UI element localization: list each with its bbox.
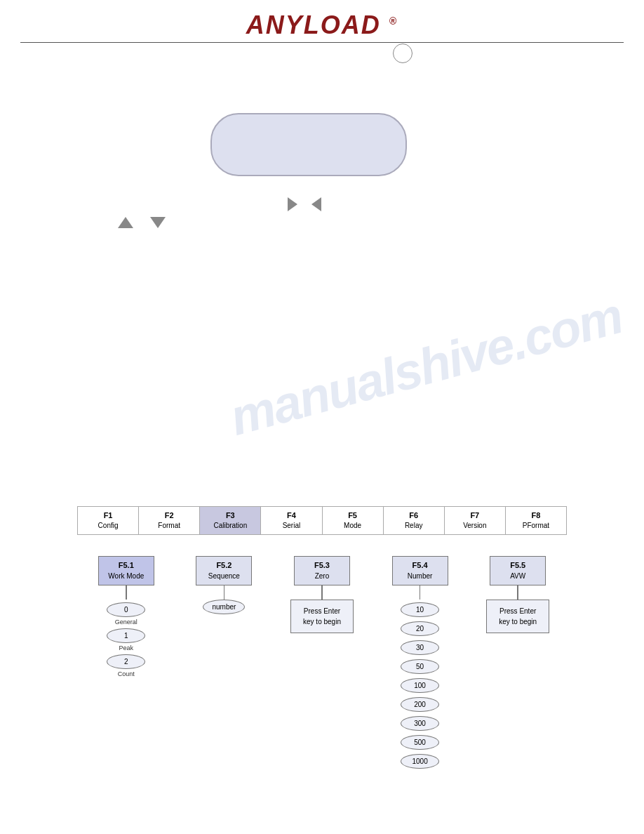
connector-f52 (224, 585, 225, 600)
fkey-f5-name: Mode (326, 521, 380, 531)
work-mode-options: 0 General 1 Peak 2 Count (107, 602, 145, 680)
submenu-section: F5.1 Work Mode 0 General 1 Peak 2 (77, 556, 567, 769)
option-0-label: General (115, 618, 137, 626)
subfkey-f51-label: F5.1 (106, 560, 147, 571)
number-option-20[interactable]: 20 (401, 621, 439, 636)
connector-f55 (517, 585, 518, 600)
option-2-value: 2 (124, 658, 128, 666)
option-1-label: Peak (119, 644, 134, 651)
option-0-value: 0 (124, 606, 128, 614)
number-option-200[interactable]: 200 (401, 697, 439, 712)
subfkey-f51[interactable]: F5.1 Work Mode (98, 556, 154, 585)
submenu-col-f54: F5.4 Number 10 20 30 50 100 200 300 500 … (371, 556, 469, 769)
number-option-100[interactable]: 100 (401, 678, 439, 693)
work-mode-option-2[interactable]: 2 (107, 654, 145, 669)
fkey-f6-name: Relay (387, 521, 441, 531)
logo: ANYLOAD ® (246, 13, 398, 38)
subfkey-f53-name: Zero (302, 571, 342, 581)
nav-arrows-right (288, 197, 321, 211)
fkey-f5[interactable]: F5 Mode (323, 507, 384, 534)
connector-f53 (321, 585, 323, 600)
fkey-bar: F1 Config F2 Format F3 Calibration F4 Se… (77, 506, 567, 535)
sequence-option-value: number (212, 603, 236, 611)
fkey-f2-label: F2 (142, 510, 196, 521)
right-arrow-icon[interactable] (288, 197, 297, 211)
fkey-f1[interactable]: F1 Config (78, 507, 139, 534)
subfkey-f51-name: Work Mode (106, 571, 147, 581)
fkey-f3[interactable]: F3 Calibration (200, 507, 261, 534)
fkey-f7-name: Version (448, 521, 502, 531)
subfkey-f53-label: F5.3 (302, 560, 342, 571)
watermark: manualshive.com (224, 286, 628, 446)
fkey-f3-name: Calibration (203, 521, 257, 531)
fkey-f6[interactable]: F6 Relay (384, 507, 445, 534)
fkey-f4-label: F4 (264, 510, 318, 521)
work-mode-option-1[interactable]: 1 (107, 628, 145, 643)
number-option-50[interactable]: 50 (401, 659, 439, 674)
subfkey-f54[interactable]: F5.4 Number (392, 556, 448, 585)
number-options: 10 20 30 50 100 200 300 500 1000 (401, 602, 439, 770)
number-option-1000[interactable]: 1000 (401, 754, 439, 769)
fkey-f5-label: F5 (326, 510, 380, 521)
display-screen (210, 113, 407, 176)
submenu-col-f51: F5.1 Work Mode 0 General 1 Peak 2 (77, 556, 175, 680)
up-arrow-icon[interactable] (118, 217, 133, 228)
connector-f54 (420, 585, 421, 600)
fkey-f8-name: PFormat (509, 521, 563, 531)
subfkey-f54-name: Number (400, 571, 441, 581)
number-option-30[interactable]: 30 (401, 640, 439, 655)
display-area: manualshive.com (0, 43, 644, 267)
subfkey-f52-name: Sequence (203, 571, 244, 581)
subfkey-f52[interactable]: F5.2 Sequence (196, 556, 252, 585)
left-arrow-icon[interactable] (311, 197, 321, 211)
fkey-f6-label: F6 (387, 510, 441, 521)
fkey-f4-name: Serial (264, 521, 318, 531)
number-option-10[interactable]: 10 (401, 602, 439, 617)
down-arrow-icon[interactable] (150, 217, 166, 228)
subfkey-f55[interactable]: F5.5 AVW (490, 556, 546, 585)
header: ANYLOAD ® (0, 0, 644, 43)
number-option-300[interactable]: 300 (401, 716, 439, 731)
logo-any: ANY (246, 11, 304, 39)
submenu-col-f52: F5.2 Sequence number (175, 556, 274, 615)
avw-press-enter[interactable]: Press Enterkey to begin (486, 600, 549, 633)
nav-arrows-left (118, 217, 166, 228)
fkey-f8[interactable]: F8 PFormat (506, 507, 566, 534)
fkey-f1-label: F1 (81, 510, 135, 521)
fkey-f7[interactable]: F7 Version (445, 507, 506, 534)
logo-load: LOAD (304, 11, 381, 39)
connector-f51 (126, 585, 127, 600)
fkey-f7-label: F7 (448, 510, 502, 521)
subfkey-f52-label: F5.2 (203, 560, 244, 571)
fkey-f8-label: F8 (509, 510, 563, 521)
number-option-500[interactable]: 500 (401, 735, 439, 750)
zero-press-enter[interactable]: Press Enterkey to begin (290, 600, 354, 633)
sequence-option[interactable]: number (203, 600, 245, 614)
fkey-f4[interactable]: F4 Serial (261, 507, 322, 534)
option-2-label: Count (118, 670, 135, 677)
fkey-f1-name: Config (81, 521, 135, 531)
submenu-col-f53: F5.3 Zero Press Enterkey to begin (273, 556, 371, 633)
work-mode-option-0[interactable]: 0 (107, 602, 145, 617)
subfkey-f53[interactable]: F5.3 Zero (294, 556, 350, 585)
fkey-f2-name: Format (142, 521, 196, 531)
fkey-f2[interactable]: F2 Format (139, 507, 200, 534)
menu-section: F1 Config F2 Format F3 Calibration F4 Se… (0, 506, 644, 770)
option-1-value: 1 (124, 632, 128, 640)
submenu-col-f55: F5.5 AVW Press Enterkey to begin (469, 556, 567, 633)
subfkey-f54-label: F5.4 (400, 560, 441, 571)
subfkey-f55-name: AVW (497, 571, 538, 581)
fkey-f3-label: F3 (203, 510, 257, 521)
subfkey-f55-label: F5.5 (497, 560, 538, 571)
